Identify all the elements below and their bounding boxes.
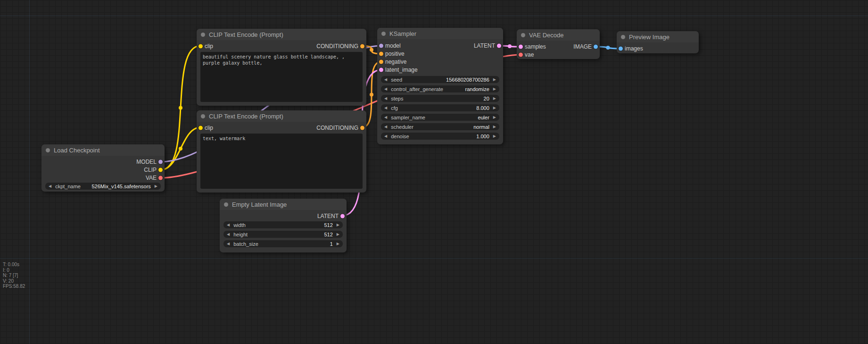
output-slot-dot-latent[interactable]	[497, 43, 501, 48]
node-title-bar[interactable]: Load Checkpoint	[41, 144, 165, 156]
link-midpoint-dot[interactable]	[508, 44, 512, 48]
output-slot-dot-conditioning[interactable]	[360, 126, 364, 130]
node-title-bar[interactable]: KSampler	[377, 28, 503, 39]
widget-decrement-icon[interactable]: ◀	[384, 116, 387, 119]
collapse-dot-icon[interactable]	[201, 33, 205, 37]
link-midpoint-dot[interactable]	[370, 93, 373, 97]
widget-steps[interactable]: ◀ steps 20 ▶	[381, 95, 499, 102]
widget-height[interactable]: ◀ height 512 ▶	[223, 231, 343, 238]
input-slot-dot-negative[interactable]	[379, 59, 383, 64]
link-midpoint-dot[interactable]	[179, 106, 182, 110]
output-slot-conditioning[interactable]: CONDITIONING	[316, 42, 366, 50]
node-vae-decode[interactable]: VAE Decode samples IMAGE vae	[517, 29, 600, 59]
widget-increment-icon[interactable]: ▶	[337, 233, 339, 236]
node-title-bar[interactable]: VAE Decode	[517, 29, 600, 41]
node-empty-latent-image[interactable]: Empty Latent Image LATENT ◀ width 512 ▶ …	[220, 199, 347, 252]
output-slot-dot-vae[interactable]	[158, 176, 163, 180]
widget-denoise[interactable]: ◀ denoise 1.000 ▶	[381, 133, 499, 140]
input-slot-dot-vae[interactable]	[519, 52, 523, 57]
widget-decrement-icon[interactable]: ◀	[227, 233, 230, 236]
prompt-text-input[interactable]: text, watermark	[200, 134, 363, 189]
widget-batch-size[interactable]: ◀ batch_size 1 ▶	[223, 240, 343, 247]
input-slot-dot-images[interactable]	[619, 46, 623, 50]
link-midpoint-dot[interactable]	[179, 147, 182, 151]
widget-decrement-icon[interactable]: ◀	[384, 125, 387, 129]
input-slot-latent-image[interactable]: latent_image	[377, 66, 418, 74]
output-slot-clip[interactable]: CLIP	[144, 166, 165, 174]
widget-decrement-icon[interactable]: ◀	[384, 97, 387, 101]
collapse-dot-icon[interactable]	[201, 114, 205, 118]
node-title: CLIP Text Encode (Prompt)	[209, 31, 283, 38]
output-slot-dot-conditioning[interactable]	[360, 44, 364, 48]
input-slot-vae[interactable]: vae	[517, 50, 534, 59]
widget-increment-icon[interactable]: ▶	[493, 87, 496, 91]
widget-increment-icon[interactable]: ▶	[493, 134, 496, 138]
prompt-text-input[interactable]: beautiful scenery nature glass bottle la…	[200, 52, 363, 102]
output-slot-latent[interactable]: LATENT	[317, 212, 347, 220]
input-slot-dot-clip[interactable]	[198, 44, 203, 48]
node-ksampler[interactable]: KSampler model LATENT positive	[377, 28, 503, 144]
input-slot-negative[interactable]: negative	[377, 58, 406, 66]
node-load-checkpoint[interactable]: Load Checkpoint MODEL CLIP VAE	[41, 144, 165, 192]
widget-increment-icon[interactable]: ▶	[337, 242, 339, 246]
output-slot-dot-model[interactable]	[158, 159, 163, 164]
node-preview-image[interactable]: Preview Image images	[617, 31, 699, 53]
widget-decrement-icon[interactable]: ◀	[227, 242, 230, 246]
input-slot-images[interactable]: images	[617, 44, 643, 52]
collapse-dot-icon[interactable]	[521, 33, 525, 37]
node-title-bar[interactable]: CLIP Text Encode (Prompt)	[197, 110, 366, 122]
output-slot-model[interactable]: MODEL	[136, 158, 165, 166]
collapse-dot-icon[interactable]	[381, 32, 386, 36]
widget-increment-icon[interactable]: ▶	[493, 116, 496, 119]
input-slot-dot-latent-image[interactable]	[379, 67, 383, 72]
widget-sampler-name[interactable]: ◀ sampler_name euler ▶	[381, 114, 499, 121]
output-slot-dot-latent[interactable]	[340, 214, 345, 218]
collapse-dot-icon[interactable]	[46, 148, 50, 152]
link-midpoint-dot[interactable]	[606, 46, 610, 50]
output-slot-dot-image[interactable]	[594, 44, 598, 49]
widget-decrement-icon[interactable]: ◀	[384, 134, 387, 138]
output-slot-vae[interactable]: VAE	[146, 174, 165, 182]
collapse-dot-icon[interactable]	[621, 35, 625, 39]
widget-ckpt-name[interactable]: ◀ ckpt_name 526Mix_v145.safetensors ▶	[45, 183, 161, 190]
widget-increment-icon[interactable]: ▶	[337, 223, 339, 227]
node-title-bar[interactable]: Empty Latent Image	[220, 199, 347, 210]
widget-increment-icon[interactable]: ▶	[493, 78, 496, 82]
input-slot-dot-clip[interactable]	[198, 126, 203, 130]
widget-control-after-generate[interactable]: ◀ control_after_generate randomize ▶	[381, 85, 499, 92]
widget-value: 526Mix_v145.safetensors	[91, 184, 150, 189]
node-title-bar[interactable]: Preview Image	[617, 31, 699, 42]
output-slot-latent[interactable]: LATENT	[474, 42, 503, 50]
widget-width[interactable]: ◀ width 512 ▶	[223, 221, 343, 228]
widget-increment-icon[interactable]: ▶	[493, 97, 496, 101]
widget-decrement-icon[interactable]: ◀	[227, 223, 230, 227]
widget-increment-icon[interactable]: ▶	[155, 185, 157, 188]
input-slot-dot-samples[interactable]	[519, 44, 523, 49]
input-slot-clip[interactable]: clip	[197, 42, 213, 50]
link-midpoint-dot[interactable]	[370, 48, 373, 52]
widget-value: randomize	[465, 86, 489, 92]
input-slot-positive[interactable]: positive	[377, 50, 405, 58]
widget-scheduler[interactable]: ◀ scheduler normal ▶	[381, 123, 499, 130]
input-slot-samples[interactable]: samples	[517, 42, 546, 50]
widget-cfg[interactable]: ◀ cfg 8.000 ▶	[381, 104, 499, 111]
widget-increment-icon[interactable]: ▶	[493, 125, 496, 129]
node-title-bar[interactable]: CLIP Text Encode (Prompt)	[197, 29, 366, 40]
input-slot-dot-positive[interactable]	[379, 51, 383, 56]
node-clip-text-encode-positive[interactable]: CLIP Text Encode (Prompt) clip CONDITION…	[197, 29, 366, 106]
output-slot-conditioning[interactable]: CONDITIONING	[316, 124, 366, 132]
input-slot-dot-model[interactable]	[379, 43, 383, 48]
widget-decrement-icon[interactable]: ◀	[384, 87, 387, 91]
input-slot-clip[interactable]: clip	[197, 124, 213, 132]
output-slot-dot-clip[interactable]	[158, 168, 163, 172]
widget-decrement-icon[interactable]: ◀	[384, 78, 387, 82]
widget-decrement-icon[interactable]: ◀	[384, 106, 387, 110]
widget-seed[interactable]: ◀ seed 156680208700286 ▶	[381, 76, 499, 83]
widget-increment-icon[interactable]: ▶	[493, 106, 496, 110]
node-clip-text-encode-negative[interactable]: CLIP Text Encode (Prompt) clip CONDITION…	[197, 110, 366, 193]
output-slot-image[interactable]: IMAGE	[573, 42, 600, 50]
input-slot-model[interactable]: model	[377, 42, 401, 50]
widget-decrement-icon[interactable]: ◀	[49, 185, 51, 188]
node-graph-canvas[interactable]: Load Checkpoint MODEL CLIP VAE	[0, 0, 868, 344]
collapse-dot-icon[interactable]	[224, 202, 228, 207]
